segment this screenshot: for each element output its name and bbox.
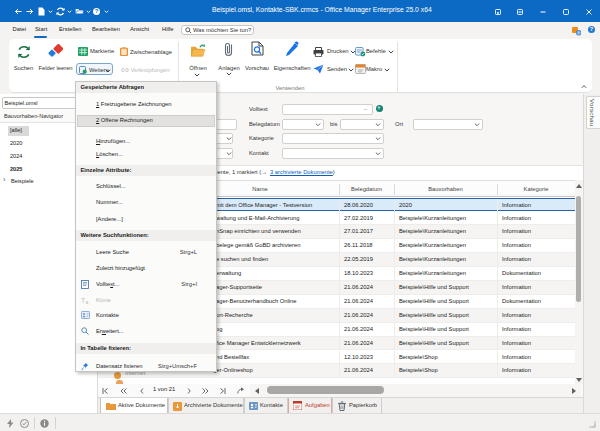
svg-text:a: a xyxy=(86,299,89,305)
